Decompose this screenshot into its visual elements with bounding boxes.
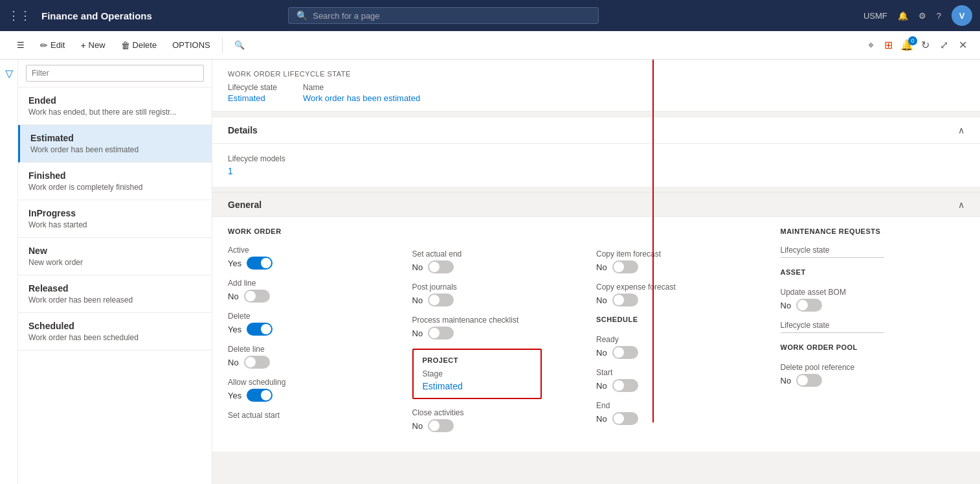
sidebar-item-inprogress[interactable]: InProgress Work has started <box>18 200 212 238</box>
delete-pool-ref-label: Delete pool reference <box>781 363 950 372</box>
sidebar-item-new-title: New <box>28 246 201 256</box>
project-box-row: PROJECT Stage Estimated <box>412 349 581 399</box>
delete-value: Yes <box>228 325 241 334</box>
allow-scheduling-toggle[interactable] <box>247 389 273 402</box>
right-content: WORK ORDER LIFECYCLE STATE Lifecycle sta… <box>212 60 980 484</box>
toolbar-separator <box>222 38 223 53</box>
wo-lifecycle-header: WORK ORDER LIFECYCLE STATE Lifecycle sta… <box>212 60 980 111</box>
post-journals-field: Post journals No <box>412 282 581 306</box>
copy-expense-forecast-toggle[interactable] <box>612 294 638 306</box>
delete-toggle[interactable] <box>247 323 273 336</box>
filter-input[interactable] <box>26 65 204 82</box>
set-actual-start-field: Set actual start <box>228 411 397 420</box>
plus-icon: + <box>80 40 85 51</box>
expand-icon[interactable]: ⤢ <box>937 36 951 54</box>
general-section-header[interactable]: General ∧ <box>212 192 980 217</box>
search-input[interactable] <box>313 11 590 21</box>
add-line-toggle[interactable] <box>244 290 270 303</box>
ready-toggle[interactable] <box>612 346 638 359</box>
sidebar-item-finished[interactable]: Finished Work order is completely finish… <box>18 163 212 200</box>
search-bar[interactable]: 🔍 <box>288 7 599 24</box>
lifecycle-state-label: Lifecycle state <box>228 83 277 92</box>
wo-section-label: WORK ORDER LIFECYCLE STATE <box>228 70 964 78</box>
set-actual-end-toggle[interactable] <box>428 260 454 273</box>
close-activities-value: No <box>412 421 423 431</box>
sidebar-list: Ended Work has ended, but there are stil… <box>18 87 212 484</box>
copy-item-forecast-toggle[interactable] <box>612 260 638 273</box>
general-body: WORK ORDER Active Yes Add line <box>212 217 980 452</box>
work-order-pool-header: WORK ORDER POOL <box>781 343 950 354</box>
secondary-toolbar: ☰ ✏ Edit + New 🗑 Delete OPTIONS 🔍 ⌖ ⊞ 🔔 … <box>0 31 980 60</box>
sidebar-item-estimated[interactable]: Estimated Work order has been estimated <box>18 125 212 163</box>
delete-line-toggle-wrap: No <box>228 356 397 369</box>
add-line-label: Add line <box>228 279 397 288</box>
hamburger-button[interactable]: ☰ <box>10 36 31 54</box>
process-maint-toggle[interactable] <box>428 327 454 340</box>
bookmark-icon[interactable]: ⌖ <box>865 37 876 54</box>
edit-icon: ✏ <box>40 40 48 51</box>
maintenance-requests-header: MAINTENANCE REQUESTS <box>781 227 950 238</box>
sidebar-item-new[interactable]: New New work order <box>18 238 212 275</box>
bell-icon[interactable]: 🔔 <box>898 11 908 21</box>
ready-field: Ready No <box>596 335 765 359</box>
search-filter-icon: 🔍 <box>234 40 245 50</box>
maint-lifecycle-state-label: Lifecycle state <box>781 246 950 255</box>
toolbar-right-actions: ⌖ ⊞ 🔔 0 ↻ ⤢ ✕ <box>865 36 970 54</box>
end-label: End <box>596 401 765 410</box>
details-chevron-icon: ∧ <box>958 125 964 135</box>
post-journals-value: No <box>412 295 423 305</box>
user-label: USMF <box>863 11 887 21</box>
grid-icon[interactable]: ⋮⋮ <box>8 8 31 23</box>
project-stage-label: Stage <box>423 369 531 378</box>
sidebar-item-inprogress-sub: Work has started <box>28 220 201 229</box>
update-asset-bom-toggle[interactable] <box>796 299 822 312</box>
notification-badge-area[interactable]: 🔔 0 <box>900 39 913 51</box>
process-maint-field: Process maintenance checklist No <box>412 316 581 340</box>
help-icon[interactable]: ? <box>937 11 941 21</box>
refresh-icon[interactable]: ↻ <box>919 36 932 54</box>
filter-funnel-icon[interactable]: ▽ <box>5 67 13 80</box>
lifecycle-state-value: Estimated <box>228 93 277 103</box>
start-label: Start <box>596 368 765 377</box>
details-section-header[interactable]: Details ∧ <box>212 117 980 144</box>
schedule-header: SCHEDULE <box>596 316 765 326</box>
update-asset-bom-toggle-wrap: No <box>781 299 950 312</box>
sidebar-item-ended[interactable]: Ended Work has ended, but there are stil… <box>18 87 212 125</box>
post-journals-toggle[interactable] <box>428 294 454 306</box>
close-activities-label: Close activities <box>412 408 581 417</box>
close-activities-toggle[interactable] <box>428 419 454 432</box>
avatar[interactable]: V <box>952 5 972 26</box>
office-icon[interactable]: ⊞ <box>882 36 895 54</box>
active-field: Active Yes <box>228 246 397 270</box>
new-button[interactable]: + New <box>74 36 111 54</box>
delete-button[interactable]: 🗑 Delete <box>115 36 164 54</box>
options-button[interactable]: OPTIONS <box>166 36 217 54</box>
sidebar-item-released[interactable]: Released Work order has been released <box>18 275 212 313</box>
delete-line-toggle[interactable] <box>244 356 270 369</box>
update-asset-bom-label: Update asset BOM <box>781 288 950 297</box>
start-toggle[interactable] <box>612 379 638 392</box>
set-actual-end-toggle-wrap: No <box>412 260 581 273</box>
project-stage-value: Estimated <box>423 381 531 391</box>
name-value: Work order has been estimated <box>303 93 420 103</box>
name-field: Name Work order has been estimated <box>303 83 420 103</box>
active-toggle[interactable] <box>247 257 273 270</box>
sidebar-item-scheduled[interactable]: Scheduled Work order has been scheduled <box>18 313 212 351</box>
sidebar-item-ended-sub: Work has ended, but there are still regi… <box>28 108 201 117</box>
asset-header-row: ASSET <box>781 268 950 279</box>
start-value: No <box>596 381 607 391</box>
edit-button[interactable]: ✏ Edit <box>34 36 71 54</box>
maint-lifecycle-state-field: Lifecycle state <box>781 246 950 258</box>
delete-toggle-wrap: Yes <box>228 323 397 336</box>
settings-icon[interactable]: ⚙ <box>919 11 926 21</box>
details-body: Lifecycle models 1 <box>212 144 980 187</box>
delete-line-value: No <box>228 358 239 367</box>
sidebar-item-estimated-sub: Work order has been estimated <box>30 145 201 154</box>
delete-pool-ref-toggle[interactable] <box>796 374 822 387</box>
end-toggle[interactable] <box>612 412 638 425</box>
close-icon[interactable]: ✕ <box>956 36 970 54</box>
set-actual-end-value: No <box>412 262 423 272</box>
search-filter-button[interactable]: 🔍 <box>228 36 251 54</box>
notification-count: 0 <box>908 36 917 45</box>
sidebar-item-scheduled-title: Scheduled <box>28 321 201 331</box>
